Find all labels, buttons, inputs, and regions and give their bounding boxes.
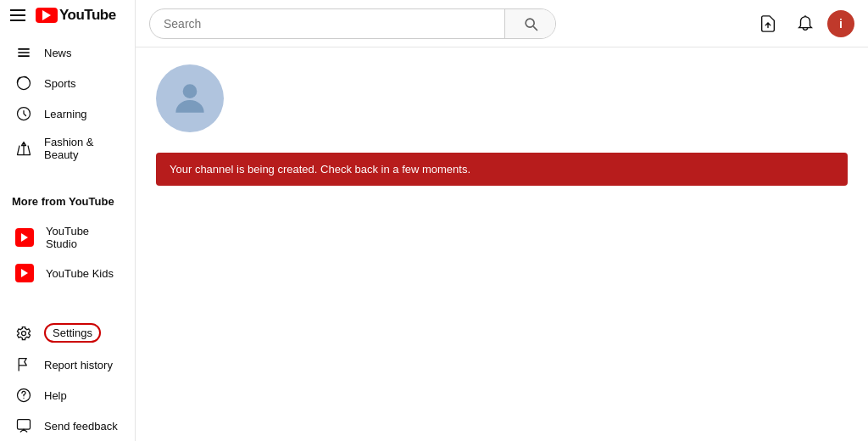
upload-icon [759, 14, 777, 33]
sidebar-footer-section: Settings Report history Help Send feedba… [0, 310, 135, 441]
sidebar-report-label: Report history [44, 359, 113, 371]
sidebar-item-yt-kids[interactable]: YouTube Kids [3, 257, 131, 289]
help-icon [15, 387, 32, 404]
yt-studio-icon [15, 228, 34, 247]
sidebar-feedback-label: Send feedback [44, 420, 118, 433]
sidebar-item-help[interactable]: Help [3, 380, 131, 410]
sports-icon [15, 75, 32, 92]
sidebar-more-section: YouTube Studio YouTube Kids [0, 211, 135, 296]
sidebar-item-news[interactable]: News [3, 37, 131, 68]
more-from-yt-title: More from YouTube [0, 188, 135, 211]
sidebar-item-feedback[interactable]: Send feedback [3, 410, 131, 441]
youtube-logo-text: YouTube [59, 7, 116, 24]
sidebar-item-sports[interactable]: Sports [3, 68, 131, 98]
sidebar-news-label: News [44, 47, 72, 59]
newspaper-icon [15, 44, 32, 61]
sidebar-item-fashion[interactable]: Fashion & Beauty [3, 129, 131, 168]
learning-icon [15, 105, 32, 122]
user-avatar-button[interactable]: i [827, 10, 854, 37]
sidebar-item-yt-studio[interactable]: YouTube Studio [3, 218, 131, 257]
sidebar-learning-label: Learning [44, 108, 87, 120]
sidebar-fashion-label: Fashion & Beauty [44, 136, 120, 161]
upload-button[interactable] [753, 8, 783, 39]
sidebar-top: YouTube [0, 0, 135, 31]
sidebar-sports-label: Sports [44, 77, 76, 90]
yt-kids-icon [15, 264, 34, 282]
svg-point-3 [23, 398, 24, 399]
header-actions: i [753, 8, 854, 39]
sidebar-item-settings[interactable]: Settings [3, 316, 131, 349]
feedback-icon [15, 417, 32, 434]
sidebar-yt-studio-label: YouTube Studio [46, 225, 120, 250]
youtube-logo-icon [36, 8, 58, 23]
flag-icon [15, 356, 32, 373]
sidebar-item-report[interactable]: Report history [3, 349, 131, 380]
search-bar [149, 8, 556, 39]
sidebar: YouTube News Sports Learning Fashion [0, 0, 136, 441]
sidebar-item-learning[interactable]: Learning [3, 98, 131, 129]
svg-rect-4 [18, 420, 31, 430]
main-content: i Your channel is being created. Check b… [136, 0, 868, 441]
search-icon [522, 15, 539, 32]
header: i [136, 0, 868, 47]
svg-point-0 [18, 77, 31, 90]
profile-avatar [156, 64, 224, 132]
sidebar-help-label: Help [44, 389, 67, 402]
youtube-logo[interactable]: YouTube [36, 7, 116, 24]
search-input[interactable] [150, 17, 504, 31]
alert-banner: Your channel is being created. Check bac… [156, 153, 848, 186]
profile-section [156, 64, 848, 132]
svg-point-5 [183, 84, 198, 98]
sidebar-yt-kids-label: YouTube Kids [46, 267, 114, 280]
page-content: Your channel is being created. Check bac… [136, 47, 868, 216]
notifications-button[interactable] [790, 8, 821, 39]
settings-highlight-label: Settings [44, 323, 101, 343]
avatar-icon [169, 77, 211, 120]
search-button[interactable] [504, 9, 555, 38]
bell-icon [796, 14, 815, 33]
gear-icon [15, 325, 32, 342]
sidebar-explore-section: News Sports Learning Fashion & Beauty [0, 31, 135, 175]
fashion-icon [15, 140, 32, 157]
hamburger-icon[interactable] [10, 9, 25, 21]
